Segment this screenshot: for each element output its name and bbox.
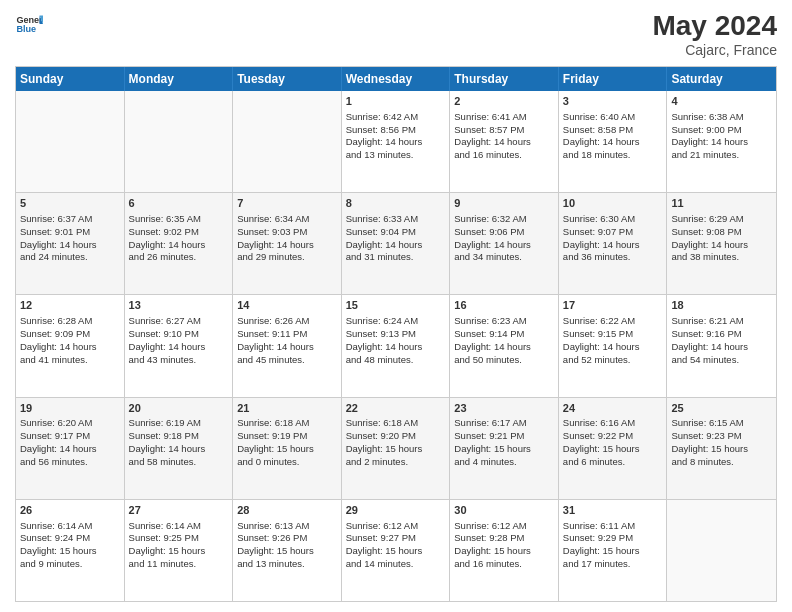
day-info: Sunrise: 6:15 AM Sunset: 9:23 PM Dayligh…	[671, 417, 772, 468]
title-block: May 2024 Cajarc, France	[652, 10, 777, 58]
calendar: SundayMondayTuesdayWednesdayThursdayFrid…	[15, 66, 777, 602]
day-number: 27	[129, 503, 229, 518]
calendar-day-22: 22Sunrise: 6:18 AM Sunset: 9:20 PM Dayli…	[342, 398, 451, 499]
calendar-day-19: 19Sunrise: 6:20 AM Sunset: 9:17 PM Dayli…	[16, 398, 125, 499]
calendar-day-13: 13Sunrise: 6:27 AM Sunset: 9:10 PM Dayli…	[125, 295, 234, 396]
calendar-day-2: 2Sunrise: 6:41 AM Sunset: 8:57 PM Daylig…	[450, 91, 559, 192]
day-number: 18	[671, 298, 772, 313]
calendar-day-7: 7Sunrise: 6:34 AM Sunset: 9:03 PM Daylig…	[233, 193, 342, 294]
day-info: Sunrise: 6:40 AM Sunset: 8:58 PM Dayligh…	[563, 111, 663, 162]
svg-text:Blue: Blue	[16, 24, 36, 34]
day-info: Sunrise: 6:11 AM Sunset: 9:29 PM Dayligh…	[563, 520, 663, 571]
calendar-day-23: 23Sunrise: 6:17 AM Sunset: 9:21 PM Dayli…	[450, 398, 559, 499]
day-number: 10	[563, 196, 663, 211]
calendar-empty-cell	[16, 91, 125, 192]
calendar-day-28: 28Sunrise: 6:13 AM Sunset: 9:26 PM Dayli…	[233, 500, 342, 601]
day-info: Sunrise: 6:27 AM Sunset: 9:10 PM Dayligh…	[129, 315, 229, 366]
calendar-body: 1Sunrise: 6:42 AM Sunset: 8:56 PM Daylig…	[16, 91, 776, 601]
header: General Blue May 2024 Cajarc, France	[15, 10, 777, 58]
weekday-header: Tuesday	[233, 67, 342, 91]
day-info: Sunrise: 6:28 AM Sunset: 9:09 PM Dayligh…	[20, 315, 120, 366]
day-info: Sunrise: 6:24 AM Sunset: 9:13 PM Dayligh…	[346, 315, 446, 366]
day-info: Sunrise: 6:22 AM Sunset: 9:15 PM Dayligh…	[563, 315, 663, 366]
day-number: 13	[129, 298, 229, 313]
calendar-day-8: 8Sunrise: 6:33 AM Sunset: 9:04 PM Daylig…	[342, 193, 451, 294]
calendar-row: 5Sunrise: 6:37 AM Sunset: 9:01 PM Daylig…	[16, 192, 776, 294]
day-number: 30	[454, 503, 554, 518]
day-number: 14	[237, 298, 337, 313]
day-info: Sunrise: 6:12 AM Sunset: 9:28 PM Dayligh…	[454, 520, 554, 571]
calendar-empty-cell	[125, 91, 234, 192]
weekday-header: Friday	[559, 67, 668, 91]
day-info: Sunrise: 6:26 AM Sunset: 9:11 PM Dayligh…	[237, 315, 337, 366]
day-info: Sunrise: 6:18 AM Sunset: 9:19 PM Dayligh…	[237, 417, 337, 468]
weekday-header: Saturday	[667, 67, 776, 91]
calendar-day-3: 3Sunrise: 6:40 AM Sunset: 8:58 PM Daylig…	[559, 91, 668, 192]
location: Cajarc, France	[652, 42, 777, 58]
day-info: Sunrise: 6:17 AM Sunset: 9:21 PM Dayligh…	[454, 417, 554, 468]
weekday-header: Monday	[125, 67, 234, 91]
svg-text:General: General	[16, 15, 43, 25]
calendar-day-21: 21Sunrise: 6:18 AM Sunset: 9:19 PM Dayli…	[233, 398, 342, 499]
calendar-row: 26Sunrise: 6:14 AM Sunset: 9:24 PM Dayli…	[16, 499, 776, 601]
day-number: 12	[20, 298, 120, 313]
day-number: 4	[671, 94, 772, 109]
day-number: 5	[20, 196, 120, 211]
weekday-header: Wednesday	[342, 67, 451, 91]
day-number: 19	[20, 401, 120, 416]
day-info: Sunrise: 6:14 AM Sunset: 9:24 PM Dayligh…	[20, 520, 120, 571]
day-number: 22	[346, 401, 446, 416]
calendar-day-18: 18Sunrise: 6:21 AM Sunset: 9:16 PM Dayli…	[667, 295, 776, 396]
calendar-row: 1Sunrise: 6:42 AM Sunset: 8:56 PM Daylig…	[16, 91, 776, 192]
calendar-header: SundayMondayTuesdayWednesdayThursdayFrid…	[16, 67, 776, 91]
calendar-day-11: 11Sunrise: 6:29 AM Sunset: 9:08 PM Dayli…	[667, 193, 776, 294]
day-number: 31	[563, 503, 663, 518]
day-info: Sunrise: 6:13 AM Sunset: 9:26 PM Dayligh…	[237, 520, 337, 571]
day-number: 3	[563, 94, 663, 109]
day-number: 21	[237, 401, 337, 416]
day-number: 9	[454, 196, 554, 211]
day-info: Sunrise: 6:16 AM Sunset: 9:22 PM Dayligh…	[563, 417, 663, 468]
day-number: 29	[346, 503, 446, 518]
weekday-header: Thursday	[450, 67, 559, 91]
day-number: 16	[454, 298, 554, 313]
day-number: 23	[454, 401, 554, 416]
calendar-day-25: 25Sunrise: 6:15 AM Sunset: 9:23 PM Dayli…	[667, 398, 776, 499]
calendar-day-26: 26Sunrise: 6:14 AM Sunset: 9:24 PM Dayli…	[16, 500, 125, 601]
day-number: 8	[346, 196, 446, 211]
calendar-day-4: 4Sunrise: 6:38 AM Sunset: 9:00 PM Daylig…	[667, 91, 776, 192]
calendar-day-14: 14Sunrise: 6:26 AM Sunset: 9:11 PM Dayli…	[233, 295, 342, 396]
day-info: Sunrise: 6:35 AM Sunset: 9:02 PM Dayligh…	[129, 213, 229, 264]
day-number: 17	[563, 298, 663, 313]
day-info: Sunrise: 6:42 AM Sunset: 8:56 PM Dayligh…	[346, 111, 446, 162]
logo-icon: General Blue	[15, 10, 43, 38]
day-info: Sunrise: 6:23 AM Sunset: 9:14 PM Dayligh…	[454, 315, 554, 366]
month-year: May 2024	[652, 10, 777, 42]
day-info: Sunrise: 6:34 AM Sunset: 9:03 PM Dayligh…	[237, 213, 337, 264]
calendar-day-16: 16Sunrise: 6:23 AM Sunset: 9:14 PM Dayli…	[450, 295, 559, 396]
calendar-row: 19Sunrise: 6:20 AM Sunset: 9:17 PM Dayli…	[16, 397, 776, 499]
weekday-header: Sunday	[16, 67, 125, 91]
day-info: Sunrise: 6:41 AM Sunset: 8:57 PM Dayligh…	[454, 111, 554, 162]
day-info: Sunrise: 6:38 AM Sunset: 9:00 PM Dayligh…	[671, 111, 772, 162]
day-info: Sunrise: 6:32 AM Sunset: 9:06 PM Dayligh…	[454, 213, 554, 264]
day-info: Sunrise: 6:19 AM Sunset: 9:18 PM Dayligh…	[129, 417, 229, 468]
day-info: Sunrise: 6:33 AM Sunset: 9:04 PM Dayligh…	[346, 213, 446, 264]
day-number: 11	[671, 196, 772, 211]
page: General Blue May 2024 Cajarc, France Sun…	[0, 0, 792, 612]
calendar-empty-cell	[667, 500, 776, 601]
day-number: 1	[346, 94, 446, 109]
calendar-day-10: 10Sunrise: 6:30 AM Sunset: 9:07 PM Dayli…	[559, 193, 668, 294]
day-number: 25	[671, 401, 772, 416]
calendar-day-17: 17Sunrise: 6:22 AM Sunset: 9:15 PM Dayli…	[559, 295, 668, 396]
logo: General Blue	[15, 10, 43, 38]
calendar-day-24: 24Sunrise: 6:16 AM Sunset: 9:22 PM Dayli…	[559, 398, 668, 499]
calendar-day-20: 20Sunrise: 6:19 AM Sunset: 9:18 PM Dayli…	[125, 398, 234, 499]
day-info: Sunrise: 6:14 AM Sunset: 9:25 PM Dayligh…	[129, 520, 229, 571]
calendar-day-9: 9Sunrise: 6:32 AM Sunset: 9:06 PM Daylig…	[450, 193, 559, 294]
day-info: Sunrise: 6:29 AM Sunset: 9:08 PM Dayligh…	[671, 213, 772, 264]
day-number: 7	[237, 196, 337, 211]
day-number: 28	[237, 503, 337, 518]
day-info: Sunrise: 6:12 AM Sunset: 9:27 PM Dayligh…	[346, 520, 446, 571]
calendar-day-27: 27Sunrise: 6:14 AM Sunset: 9:25 PM Dayli…	[125, 500, 234, 601]
